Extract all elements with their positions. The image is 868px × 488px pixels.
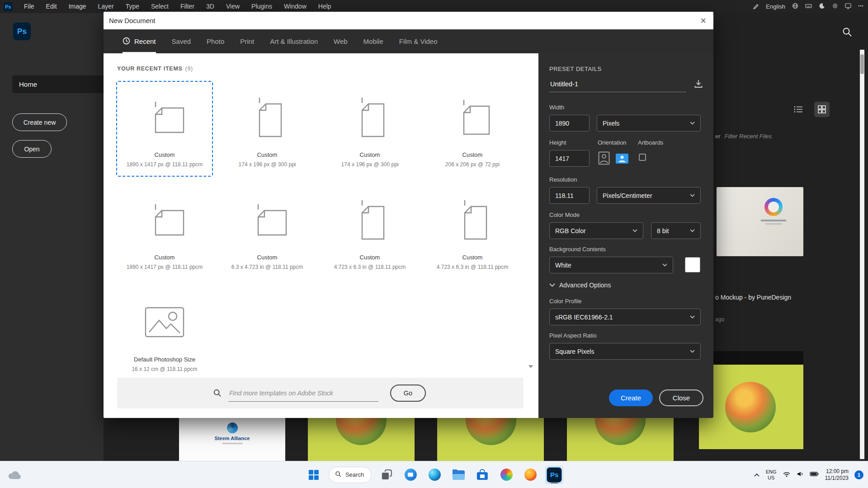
advanced-options-label: Advanced Options xyxy=(559,282,611,289)
photos-button[interactable] xyxy=(497,466,515,484)
filter-recent-files-field[interactable]: er Filter Recent Files xyxy=(715,133,772,140)
tab-mobile[interactable]: Mobile xyxy=(363,29,383,53)
tab-label: Mobile xyxy=(363,38,383,45)
document-name-input[interactable] xyxy=(549,80,686,92)
firefox-button[interactable] xyxy=(521,466,539,484)
menu-image[interactable]: Image xyxy=(63,0,92,13)
chat-button[interactable] xyxy=(401,466,420,484)
weather-widget-icon[interactable] xyxy=(7,469,22,482)
moon-icon[interactable] xyxy=(819,3,825,11)
recent-preset-card[interactable]: Custom 174 x 196 px @ 300 ppi xyxy=(219,81,316,177)
background-color-swatch[interactable] xyxy=(685,257,700,272)
recent-file-thumbnail-steem[interactable]: Steem Alliance xyxy=(179,418,285,463)
recent-preset-card[interactable]: Custom 4.723 x 6.3 in @ 118.11 ppcm xyxy=(424,183,521,279)
edge-button[interactable] xyxy=(425,466,443,484)
ime-pen-icon[interactable] xyxy=(753,3,759,11)
recent-file-thumbnail-yellow[interactable] xyxy=(437,418,544,463)
create-new-button[interactable]: Create new xyxy=(12,113,67,131)
wifi-icon[interactable] xyxy=(783,471,791,479)
keyboard-icon[interactable] xyxy=(805,3,812,11)
color-profile-dropdown[interactable]: sRGB IEC61966-2.1 xyxy=(549,309,701,325)
width-input[interactable] xyxy=(549,115,590,131)
menu-file[interactable]: File xyxy=(18,0,40,13)
task-view-button[interactable] xyxy=(377,466,396,484)
tab-photo[interactable]: Photo xyxy=(207,29,224,53)
ps-mini-label: Ps xyxy=(5,4,11,9)
tray-chevron-up-icon[interactable] xyxy=(754,471,760,479)
menu-select[interactable]: Select xyxy=(145,0,175,13)
display-icon[interactable] xyxy=(845,3,851,11)
background-contents-dropdown[interactable]: White xyxy=(549,257,673,273)
tab-film-video[interactable]: Film & Video xyxy=(399,29,438,53)
open-button[interactable]: Open xyxy=(12,140,52,158)
more-options-icon[interactable] xyxy=(858,3,863,11)
notification-count-badge[interactable]: 1 xyxy=(854,470,863,479)
height-input[interactable] xyxy=(549,150,590,167)
menu-plugins[interactable]: Plugins xyxy=(245,0,278,13)
battery-icon[interactable] xyxy=(810,471,819,479)
menu-layer[interactable]: Layer xyxy=(92,0,120,13)
artboards-checkbox[interactable] xyxy=(639,154,646,161)
orientation-landscape-icon-selected[interactable] xyxy=(615,153,629,166)
taskbar-search-box[interactable]: Search xyxy=(329,467,372,483)
file-explorer-button[interactable] xyxy=(449,466,467,484)
menu-window[interactable]: Window xyxy=(278,0,312,13)
recent-file-thumbnail-mockup[interactable] xyxy=(717,187,803,256)
create-button[interactable]: Create xyxy=(609,389,653,406)
microsoft-store-button[interactable] xyxy=(473,466,491,484)
clock-widget[interactable]: 12:00 pm 11/1/2023 xyxy=(825,468,849,482)
menu-help[interactable]: Help xyxy=(312,0,337,13)
list-view-toggle[interactable] xyxy=(791,102,806,117)
volume-icon[interactable] xyxy=(797,471,804,479)
photoshop-taskbar-button[interactable]: Ps xyxy=(545,466,563,484)
menu-3d[interactable]: 3D xyxy=(200,0,220,13)
tab-saved[interactable]: Saved xyxy=(172,29,191,53)
orientation-portrait-icon[interactable] xyxy=(598,151,610,167)
menu-view[interactable]: View xyxy=(220,0,245,13)
create-label: Create xyxy=(621,394,641,402)
scrollbar-track[interactable] xyxy=(860,50,864,459)
scrollbar-thumb[interactable] xyxy=(860,54,864,74)
recent-preset-card[interactable]: Custom 6.3 x 4.723 in @ 118.11 ppcm xyxy=(219,183,316,279)
recent-file-thumbnail-yellow[interactable] xyxy=(567,418,674,463)
tab-recent[interactable]: Recent xyxy=(123,29,156,53)
recent-preset-card[interactable]: Custom 1890 x 1417 px @ 118.11 ppcm xyxy=(116,183,213,279)
recent-preset-card[interactable]: Custom 1890 x 1417 px @ 118.11 ppcm xyxy=(116,81,213,177)
system-tray: ENG US 12:00 pm 11/1/2023 1 xyxy=(754,461,863,488)
recent-preset-card[interactable]: Default Photoshop Size 16 x 12 cm @ 118.… xyxy=(116,286,213,381)
tab-print[interactable]: Print xyxy=(240,29,254,53)
resolution-unit-dropdown[interactable]: Pixels/Centimeter xyxy=(597,187,701,204)
width-unit-dropdown[interactable]: Pixels xyxy=(597,115,701,131)
color-mode-dropdown[interactable]: RGB Color xyxy=(549,222,643,239)
grid-view-toggle[interactable] xyxy=(814,102,830,117)
sidebar-item-home[interactable]: Home xyxy=(12,75,104,93)
resolution-input[interactable] xyxy=(549,187,590,204)
close-icon[interactable]: × xyxy=(700,16,706,26)
recent-preset-card[interactable]: Custom 4.723 x 6.3 in @ 118.11 ppcm xyxy=(321,183,418,279)
language-line1: ENG xyxy=(766,469,777,475)
pixel-aspect-ratio-dropdown[interactable]: Square Pixels xyxy=(549,343,701,360)
stock-search-input[interactable] xyxy=(228,385,378,402)
bit-depth-dropdown[interactable]: 8 bit xyxy=(651,222,701,239)
recent-file-thumbnail-yellow[interactable] xyxy=(699,351,803,449)
settings-gear-icon[interactable] xyxy=(832,3,838,11)
recent-preset-card[interactable]: Custom 206 x 206 px @ 72 ppi xyxy=(424,81,521,177)
preset-name: Custom xyxy=(360,151,380,158)
go-button[interactable]: Go xyxy=(390,385,426,402)
search-icon[interactable] xyxy=(842,27,853,39)
menu-filter[interactable]: Filter xyxy=(175,0,200,13)
recent-preset-card[interactable]: Custom 174 x 196 px @ 300 ppi xyxy=(321,81,418,177)
language-indicator[interactable]: ENG US xyxy=(766,469,777,481)
tab-web[interactable]: Web xyxy=(334,29,348,53)
tab-art-illustration[interactable]: Art & Illustration xyxy=(270,29,318,53)
globe-icon[interactable] xyxy=(792,3,798,11)
ime-language-label[interactable]: English xyxy=(766,3,785,10)
menu-type[interactable]: Type xyxy=(120,0,145,13)
menu-edit[interactable]: Edit xyxy=(40,0,63,13)
dialog-scrollbar-arrow[interactable] xyxy=(528,365,533,368)
recent-file-thumbnail-yellow[interactable] xyxy=(308,418,415,463)
close-button[interactable]: Close xyxy=(659,389,703,406)
advanced-options-toggle[interactable]: Advanced Options xyxy=(549,282,611,289)
start-button[interactable] xyxy=(305,466,323,484)
save-preset-download-icon[interactable] xyxy=(693,79,703,92)
